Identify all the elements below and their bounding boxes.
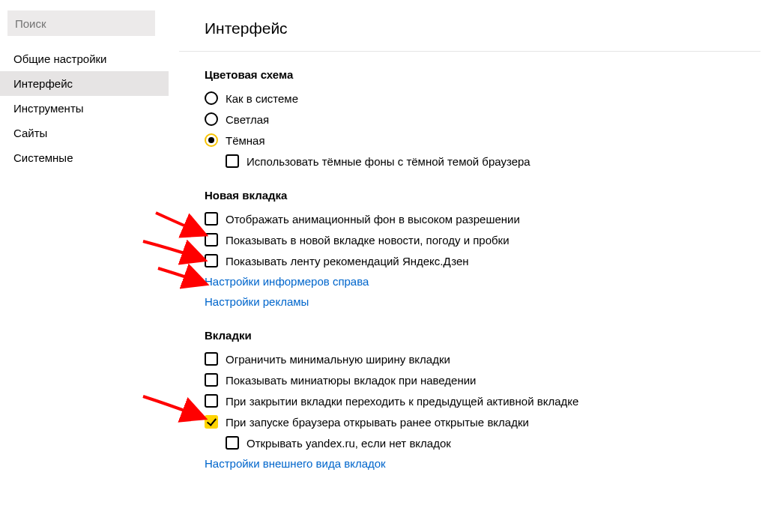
radio-label: Как в системе (226, 92, 298, 105)
checkbox-label: Показывать ленту рекомендаций Яндекс.Дзе… (226, 255, 469, 267)
divider (169, 0, 179, 532)
sidebar-item-label: Системные (13, 151, 73, 164)
sidebar: Общие настройки Интерфейс Инструменты Са… (0, 0, 169, 532)
section-title-tabs: Вкладки (205, 329, 761, 342)
divider-line (179, 51, 761, 52)
page-title: Интерфейс (205, 19, 761, 37)
checkbox-thumbnails[interactable]: Показывать миниатюры вкладок при наведен… (205, 373, 761, 387)
content: Интерфейс Цветовая схема Как в системе С… (179, 0, 768, 532)
radio-light[interactable]: Светлая (205, 112, 761, 126)
sidebar-item-interface[interactable]: Интерфейс (0, 71, 169, 96)
checkbox-icon (205, 394, 218, 408)
link-tab-appearance[interactable]: Настройки внешнего вида вкладок (205, 457, 761, 470)
checkbox-zen-feed[interactable]: Показывать ленту рекомендаций Яндекс.Дзе… (205, 254, 761, 267)
checkbox-label: Показывать в новой вкладке новости, пого… (226, 234, 510, 247)
sidebar-item-label: Интерфейс (13, 77, 73, 90)
checkbox-news-weather[interactable]: Показывать в новой вкладке новости, пого… (205, 233, 761, 247)
section-title-newtab: Новая вкладка (205, 189, 761, 202)
checkbox-anim-bg[interactable]: Отображать анимационный фон в высоком ра… (205, 212, 761, 226)
sidebar-item-sites[interactable]: Сайты (0, 121, 169, 145)
checkbox-icon (205, 352, 218, 366)
radio-label: Тёмная (226, 134, 265, 147)
checkbox-icon (205, 212, 218, 226)
checkbox-prev-active[interactable]: При закрытии вкладки переходить к предыд… (205, 394, 761, 408)
checkbox-label: При закрытии вкладки переходить к предыд… (226, 395, 578, 408)
checkbox-label: При запуске браузера открывать ранее отк… (226, 416, 529, 429)
checkbox-open-yandex[interactable]: Открывать yandex.ru, если нет вкладок (226, 436, 761, 450)
sidebar-item-label: Общие настройки (13, 52, 107, 65)
checkbox-label: Открывать yandex.ru, если нет вкладок (247, 437, 451, 450)
link-informers[interactable]: Настройки информеров справа (205, 275, 761, 288)
checkbox-label: Ограничить минимальную ширину вкладки (226, 353, 450, 366)
radio-icon (205, 133, 218, 147)
checkbox-label: Отображать анимационный фон в высоком ра… (226, 213, 520, 226)
search-input[interactable] (7, 10, 155, 36)
checkbox-icon (226, 436, 239, 450)
sidebar-item-general[interactable]: Общие настройки (0, 46, 169, 71)
radio-dark[interactable]: Тёмная (205, 133, 761, 147)
section-title-color: Цветовая схема (205, 68, 761, 81)
radio-system[interactable]: Как в системе (205, 91, 761, 105)
sidebar-item-system[interactable]: Системные (0, 145, 169, 170)
checkbox-icon (205, 415, 218, 429)
sidebar-item-label: Сайты (13, 127, 47, 139)
checkbox-icon (205, 233, 218, 247)
checkbox-label: Показывать миниатюры вкладок при наведен… (226, 374, 477, 387)
checkbox-restore-tabs[interactable]: При запуске браузера открывать ранее отк… (205, 415, 761, 429)
checkbox-min-width[interactable]: Ограничить минимальную ширину вкладки (205, 352, 761, 366)
radio-icon (205, 91, 218, 105)
checkbox-label: Использовать тёмные фоны с тёмной темой … (247, 155, 530, 168)
radio-label: Светлая (226, 113, 269, 126)
checkbox-icon (205, 254, 218, 267)
sidebar-item-label: Инструменты (13, 102, 84, 115)
link-ads[interactable]: Настройки рекламы (205, 295, 761, 308)
checkbox-icon (205, 373, 218, 387)
checkbox-icon (226, 154, 239, 168)
checkbox-dark-bg[interactable]: Использовать тёмные фоны с тёмной темой … (226, 154, 761, 168)
sidebar-item-tools[interactable]: Инструменты (0, 96, 169, 121)
radio-icon (205, 112, 218, 126)
